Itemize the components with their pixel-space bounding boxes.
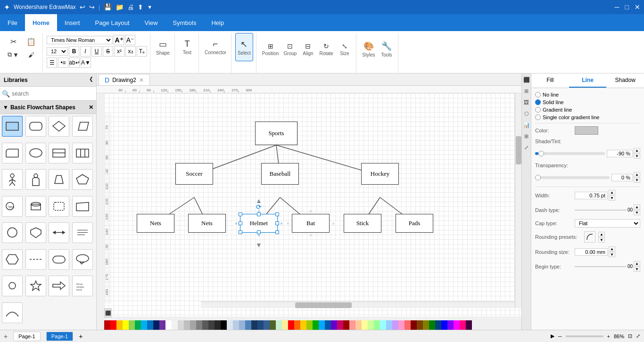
color-cell[interactable] xyxy=(447,320,454,330)
shape-ellipse[interactable] xyxy=(25,143,46,163)
redo-btn[interactable]: ↪ xyxy=(89,3,95,11)
color-cell[interactable] xyxy=(306,320,313,330)
color-cell[interactable] xyxy=(190,320,196,330)
shape-shield[interactable] xyxy=(25,222,46,243)
increase-font-btn[interactable]: A⁺ xyxy=(114,35,124,45)
transparency-thumb[interactable] xyxy=(535,175,541,180)
group-btn[interactable]: ⊡ Group xyxy=(281,35,298,63)
color-cell[interactable] xyxy=(331,320,337,330)
tab-close-btn[interactable]: ✕ xyxy=(139,77,144,83)
font-size-select[interactable]: 12 xyxy=(47,47,68,56)
menu-page-layout[interactable]: Page Layout xyxy=(88,14,137,31)
color-cell[interactable] xyxy=(386,320,392,330)
shape-manual-input[interactable] xyxy=(72,196,93,217)
decrease-font-btn[interactable]: A⁻ xyxy=(125,35,135,45)
position-btn[interactable]: ⊞ Position xyxy=(260,35,281,63)
tab-line[interactable]: Line xyxy=(569,73,607,88)
color-cell[interactable] xyxy=(374,320,380,330)
shape-rounded-rect[interactable] xyxy=(25,116,46,137)
color-cell[interactable] xyxy=(104,320,110,330)
begin-down-btn[interactable]: ▼ xyxy=(634,267,640,272)
icon-connect[interactable]: ⤢ xyxy=(522,143,531,152)
handle-br[interactable] xyxy=(275,230,279,234)
shape-callout[interactable] xyxy=(72,249,93,270)
shape-btn[interactable]: ▭ Shape xyxy=(154,33,172,61)
shape-nets1[interactable]: Nets xyxy=(137,214,174,233)
shape-pentagon[interactable] xyxy=(72,169,93,190)
align-btn[interactable]: ⊟ Align xyxy=(299,35,316,63)
move-up-handle[interactable]: ▲ xyxy=(256,197,262,205)
icon-layout[interactable]: ⊞ xyxy=(522,87,531,95)
no-line-option[interactable]: No line xyxy=(535,92,640,98)
single-gradient-option[interactable]: Single color gradient line xyxy=(535,114,640,120)
color-cell[interactable] xyxy=(337,320,343,330)
rounding-size-down-btn[interactable]: ▼ xyxy=(609,252,615,257)
color-cell[interactable] xyxy=(221,320,227,330)
shade-value-input[interactable]: -90 % xyxy=(607,150,633,157)
fit-page-btn[interactable]: ⊡ xyxy=(628,333,632,339)
minimize-btn[interactable]: ─ xyxy=(615,3,619,11)
shape-vert-lines[interactable] xyxy=(72,143,93,163)
color-cell[interactable] xyxy=(153,320,159,330)
color-cell[interactable] xyxy=(208,320,215,330)
shape-split-rect[interactable] xyxy=(49,143,69,163)
drawing-tab[interactable]: D Drawing2 ✕ xyxy=(99,74,150,85)
page-tab-1[interactable]: Page-1 xyxy=(13,332,40,341)
hscroll-thumb[interactable] xyxy=(295,302,352,308)
shape-rounded-corner[interactable] xyxy=(2,143,23,163)
shape-person2[interactable] xyxy=(25,169,46,190)
text-btn[interactable]: T Text xyxy=(179,33,196,61)
shape-badge[interactable] xyxy=(25,276,46,296)
text-wrap-btn[interactable]: ab↵ xyxy=(69,57,80,68)
cut-btn[interactable]: ✂ xyxy=(5,35,22,48)
shape-stick[interactable]: Stick xyxy=(344,214,381,233)
menu-home[interactable]: Home xyxy=(25,14,57,31)
add-page-btn[interactable]: + xyxy=(4,333,8,340)
color-cell[interactable] xyxy=(264,320,270,330)
menu-help[interactable]: Help xyxy=(204,14,231,31)
menu-view[interactable]: View xyxy=(137,14,165,31)
bullet-btn[interactable]: •≡ xyxy=(58,57,68,68)
shape-hexagon[interactable] xyxy=(2,249,23,270)
font-family-select[interactable]: Times New Roman xyxy=(47,36,113,44)
color-cell[interactable] xyxy=(123,320,129,330)
icon-table[interactable]: ⊞ xyxy=(522,132,531,140)
icon-chart[interactable]: 📊 xyxy=(522,121,531,129)
shade-thumb[interactable] xyxy=(538,151,544,156)
color-cell[interactable] xyxy=(343,320,349,330)
print-btn[interactable]: 🖨 xyxy=(127,3,134,11)
shape-hockey[interactable]: Hockey xyxy=(361,163,399,185)
color-cell[interactable] xyxy=(251,320,257,330)
shape-horiz-bar[interactable] xyxy=(49,222,69,243)
shape-small-circle[interactable] xyxy=(2,276,23,296)
color-cell[interactable] xyxy=(435,320,441,330)
add-page-plus-btn[interactable]: + xyxy=(79,333,83,340)
shape-brace-rect[interactable] xyxy=(49,196,69,217)
tab-fill[interactable]: Fill xyxy=(531,73,569,88)
color-cell[interactable] xyxy=(441,320,447,330)
shape-person[interactable] xyxy=(2,169,23,190)
handle-bl[interactable] xyxy=(239,230,242,234)
select-btn[interactable]: ↖ Select xyxy=(235,33,253,61)
solid-line-option[interactable]: Solid line xyxy=(535,99,640,105)
close-section-btn[interactable]: ✕ xyxy=(89,104,93,111)
color-cell[interactable] xyxy=(178,320,184,330)
styles-btn[interactable]: 🎨 Styles xyxy=(360,35,377,63)
horizontal-scrollbar[interactable] xyxy=(201,301,515,308)
color-cell[interactable] xyxy=(411,320,417,330)
transparency-down-btn[interactable]: ▼ xyxy=(634,178,640,183)
vertical-scrollbar[interactable] xyxy=(515,93,521,308)
color-cell[interactable] xyxy=(233,320,239,330)
color-cell[interactable] xyxy=(215,320,221,330)
color-cell[interactable] xyxy=(245,320,251,330)
color-cell[interactable] xyxy=(362,320,368,330)
shape-nets2[interactable]: Nets xyxy=(188,214,226,233)
shape-yes[interactable]: Yes xyxy=(2,196,23,217)
shape-baseball[interactable]: Baseball xyxy=(261,163,299,185)
menu-insert[interactable]: Insert xyxy=(57,14,88,31)
shade-slider[interactable] xyxy=(535,152,605,155)
color-cell[interactable] xyxy=(184,320,190,330)
shape-arc[interactable] xyxy=(2,302,23,323)
color-cell[interactable] xyxy=(313,320,319,330)
color-cell[interactable] xyxy=(227,320,233,330)
